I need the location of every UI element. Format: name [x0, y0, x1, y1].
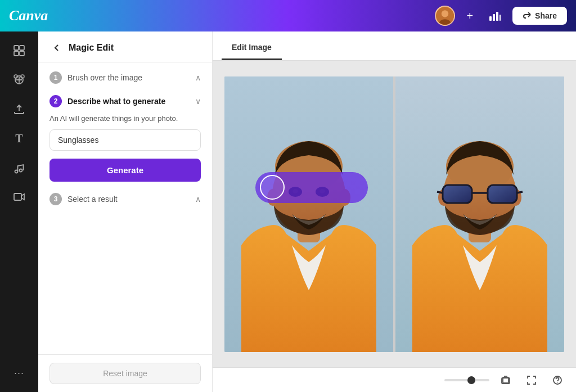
sidebar-panel: Magic Edit 1 Brush over the image ∧: [38, 31, 213, 392]
step-2-header[interactable]: 2 Describe what to generate ∨: [50, 95, 201, 107]
step-1-chevron: ∧: [195, 73, 201, 82]
svg-rect-5: [496, 12, 498, 21]
zoom-slider[interactable]: [444, 379, 489, 381]
generate-button[interactable]: Generate: [50, 159, 201, 182]
sidebar-content: 1 Brush over the image ∧ 2 Describe what…: [38, 62, 212, 354]
step-2-number: 2: [50, 95, 62, 107]
app-header: Canva + Share: [0, 0, 576, 31]
right-man-illustration: [395, 76, 564, 352]
svg-rect-4: [493, 14, 495, 21]
zoom-control: [444, 379, 489, 381]
avatar[interactable]: [435, 6, 455, 26]
svg-rect-8: [20, 46, 24, 50]
step-2-body: An AI will generate things in your photo…: [50, 114, 201, 182]
sidebar-item-elements[interactable]: [7, 67, 32, 92]
fit-button[interactable]: [496, 373, 515, 388]
svg-rect-9: [14, 51, 19, 56]
left-image-panel: [224, 76, 393, 352]
brush-circle: [260, 175, 285, 200]
canvas-area: Edit Image: [213, 31, 576, 392]
canvas-viewport: [213, 61, 576, 367]
main-layout: T ··· Magic Edit: [0, 31, 576, 392]
tab-edit-image[interactable]: Edit Image: [222, 36, 282, 60]
sidebar-header: Magic Edit: [38, 31, 212, 62]
step-3-label: Select a result: [68, 195, 118, 204]
right-panel-background: [395, 76, 564, 352]
sidebar-item-grid[interactable]: [7, 38, 32, 63]
step-3-number: 3: [50, 193, 62, 205]
step-3-header[interactable]: 3 Select a result ∧: [50, 193, 201, 205]
sidebar-item-text[interactable]: T: [7, 126, 32, 151]
brush-overlay: [255, 172, 368, 203]
fullscreen-button[interactable]: [522, 373, 541, 388]
sidebar-footer: Reset image: [38, 354, 212, 392]
sidebar-item-audio[interactable]: [7, 155, 32, 180]
svg-rect-7: [14, 46, 19, 50]
svg-rect-16: [14, 193, 21, 200]
svg-point-15: [20, 169, 22, 172]
back-button[interactable]: [50, 40, 64, 55]
zoom-thumb: [467, 376, 475, 384]
step-2: 2 Describe what to generate ∨ An AI will…: [50, 95, 201, 182]
step-1-number: 1: [50, 71, 62, 84]
step-1-label: Brush over the image: [68, 73, 142, 82]
canvas-toolbar: [213, 367, 576, 392]
analytics-button[interactable]: [484, 8, 506, 23]
add-button[interactable]: +: [462, 7, 478, 25]
svg-rect-10: [20, 51, 24, 56]
canva-logo: Canva: [9, 7, 48, 24]
sidebar-item-more[interactable]: ···: [7, 361, 32, 385]
svg-rect-33: [443, 185, 472, 203]
sidebar-item-video[interactable]: [7, 184, 32, 209]
step-3: 3 Select a result ∧: [50, 193, 201, 205]
step-1: 1 Brush over the image ∧: [50, 71, 201, 84]
right-image-panel: [395, 76, 564, 352]
tab-bar: Edit Image: [213, 31, 576, 61]
sidebar-item-upload[interactable]: [7, 97, 32, 121]
header-actions: + Share: [435, 6, 567, 26]
svg-rect-3: [489, 16, 492, 21]
describe-input[interactable]: [50, 129, 201, 151]
image-container: [224, 76, 564, 352]
svg-rect-34: [488, 185, 517, 203]
share-button[interactable]: Share: [512, 7, 567, 25]
help-button[interactable]: [548, 373, 567, 388]
step-2-label: Describe what to generate: [68, 97, 165, 106]
step-2-chevron: ∨: [195, 97, 201, 106]
svg-rect-6: [500, 15, 501, 21]
step-2-description: An AI will generate things in your photo…: [50, 114, 201, 123]
reset-button[interactable]: Reset image: [50, 363, 201, 384]
left-man-illustration: [224, 76, 393, 352]
sidebar-title: Magic Edit: [69, 43, 114, 53]
step-1-header[interactable]: 1 Brush over the image ∧: [50, 71, 201, 84]
left-panel-background: [224, 76, 393, 352]
icon-bar: T ···: [0, 31, 38, 392]
svg-point-1: [442, 10, 448, 17]
step-3-chevron: ∧: [195, 195, 201, 204]
